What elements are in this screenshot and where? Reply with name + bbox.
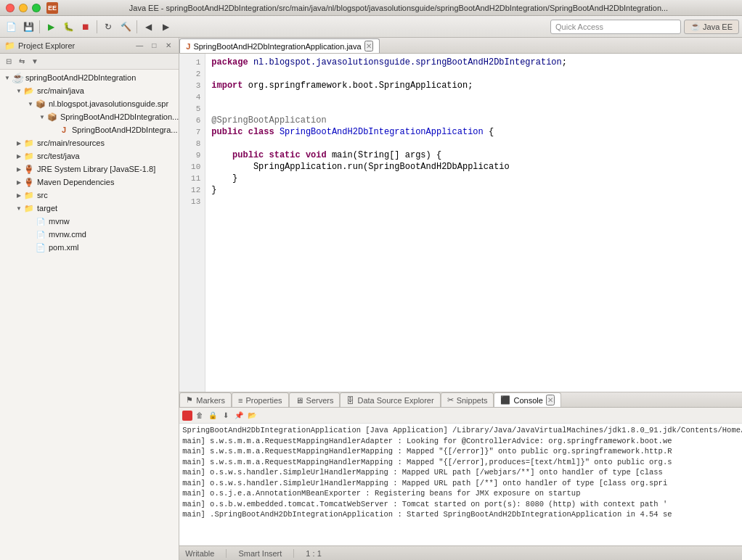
editor-tab-close[interactable]: ✕ bbox=[364, 41, 373, 52]
tree-item-mvnw[interactable]: 📄 mvnw bbox=[0, 215, 179, 228]
quick-access-input[interactable]: Quick Access bbox=[550, 20, 681, 34]
sub-package-icon: 📦 bbox=[46, 111, 58, 123]
console-line-7: main] o.s.b.w.embedded.tomcat.TomcatWebS… bbox=[182, 499, 742, 510]
collapse-all-button[interactable]: ⊟ bbox=[3, 56, 15, 67]
panel-minimize-button[interactable]: — bbox=[134, 40, 145, 52]
target-icon: 📁 bbox=[23, 202, 35, 214]
tree-item-jre[interactable]: ▶ 🏺 JRE System Library [JavaSE-1.8] bbox=[0, 162, 179, 176]
tab-datasource[interactable]: 🗄 Data Source Explorer bbox=[340, 392, 440, 407]
tab-properties[interactable]: ≡ Properties bbox=[232, 392, 289, 407]
scroll-to-end-button[interactable]: ⬇ bbox=[220, 410, 232, 421]
package-icon: 📦 bbox=[35, 98, 46, 110]
pom-icon: 📄 bbox=[35, 242, 46, 253]
maven-label: Maven Dependencies bbox=[37, 178, 114, 186]
panel-close-button[interactable]: ✕ bbox=[163, 40, 174, 52]
nav-back-button[interactable]: ◀ bbox=[140, 19, 156, 35]
debug-button[interactable]: 🐛 bbox=[60, 19, 76, 35]
src-test-icon: 📁 bbox=[23, 150, 35, 162]
main-toolbar: 📄 💾 ▶ 🐛 ⏹ ↻ 🔨 ◀ ▶ Quick Access ☕ Java EE bbox=[0, 16, 742, 38]
stop-process-button[interactable] bbox=[182, 411, 192, 421]
new-button[interactable]: 📄 bbox=[3, 19, 19, 35]
tree-item-maven-deps[interactable]: ▶ 🏺 Maven Dependencies bbox=[0, 176, 179, 189]
properties-icon: ≡ bbox=[238, 396, 242, 405]
console-line-2: main] s.w.s.m.m.a.RequestMappingHandlerM… bbox=[182, 446, 742, 457]
run-button[interactable]: ▶ bbox=[43, 19, 59, 35]
minimize-button[interactable] bbox=[19, 4, 28, 12]
code-editor[interactable]: 1 2 3 4 5 6 7 8 9 10 11 12 13 package nl… bbox=[179, 54, 742, 392]
datasource-icon: 🗄 bbox=[346, 396, 354, 405]
project-explorer-toolbar: ⊟ ⇆ ▼ bbox=[0, 54, 179, 70]
main-class-label: SpringBootAndH2DbIntegra... bbox=[72, 125, 178, 134]
line-num-2: 2 bbox=[179, 68, 205, 80]
save-button[interactable]: 💾 bbox=[20, 19, 36, 35]
tab-snippets[interactable]: ✂ Snippets bbox=[441, 392, 494, 407]
tree-item-package-root[interactable]: ▼ 📦 nl.blogspot.javasolutionsguide.spr bbox=[0, 97, 179, 110]
tab-servers[interactable]: 🖥 Servers bbox=[289, 392, 341, 407]
console-toolbar: 🗑 🔒 ⬇ 📌 📂 bbox=[179, 408, 742, 424]
code-line-8 bbox=[211, 138, 742, 149]
servers-label: Servers bbox=[306, 396, 334, 405]
code-line-1: package nl.blogspot.javasolutionsguide.s… bbox=[211, 57, 742, 68]
code-content[interactable]: package nl.blogspot.javasolutionsguide.s… bbox=[205, 54, 742, 392]
console-clear-button[interactable]: 🗑 bbox=[194, 410, 205, 421]
package-root-label: nl.blogspot.javasolutionsguide.spr bbox=[49, 99, 168, 108]
console-line-5: main] o.s.w.s.handler.SimpleUrlHandlerMa… bbox=[182, 478, 742, 489]
tree-item-project[interactable]: ▼ ☕ springBootAndH2DbIntegration bbox=[0, 71, 179, 84]
traffic-lights[interactable] bbox=[6, 4, 41, 12]
smart-insert-status: Smart Insert bbox=[238, 549, 282, 558]
src-res-arrow: ▶ bbox=[15, 139, 23, 147]
snippets-label: Snippets bbox=[457, 396, 488, 405]
editor-panel: J SpringBootAndH2DbIntegrationApplicatio… bbox=[179, 38, 742, 560]
perspective-button[interactable]: ☕ Java EE bbox=[684, 20, 739, 34]
cursor-position-status: 1 : 1 bbox=[306, 549, 321, 558]
tree-item-package-sub[interactable]: ▼ 📦 SpringBootAndH2DbIntegration... bbox=[0, 110, 179, 123]
src-main-java-label: src/main/java bbox=[37, 86, 84, 95]
tree-item-mvnw-cmd[interactable]: 📄 mvnw.cmd bbox=[0, 228, 179, 241]
project-label: springBootAndH2DbIntegration bbox=[25, 73, 136, 82]
tree-item-pom[interactable]: 📄 pom.xml bbox=[0, 241, 179, 254]
tab-java-icon: J bbox=[186, 42, 190, 51]
code-line-11: } bbox=[211, 173, 742, 184]
src-test-label: src/test/java bbox=[37, 152, 80, 160]
markers-label: Markers bbox=[196, 396, 225, 405]
quick-access-label: Quick Access bbox=[555, 22, 603, 31]
line-num-12: 12 bbox=[179, 184, 205, 196]
jre-label: JRE System Library [JavaSE-1.8] bbox=[37, 165, 155, 173]
tree-item-src-test[interactable]: ▶ 📁 src/test/java bbox=[0, 149, 179, 162]
console-tab-close[interactable]: ✕ bbox=[546, 395, 555, 405]
open-file-button[interactable]: 📂 bbox=[246, 410, 258, 421]
tree-item-src-main-java[interactable]: ▼ 📂 src/main/java bbox=[0, 84, 179, 97]
scroll-lock-button[interactable]: 🔒 bbox=[207, 410, 219, 421]
maven-arrow: ▶ bbox=[15, 178, 23, 186]
link-with-editor-button[interactable]: ⇆ bbox=[16, 56, 28, 67]
maximize-button[interactable] bbox=[32, 4, 41, 12]
console-pin-button[interactable]: 📌 bbox=[233, 410, 245, 421]
tree-item-target[interactable]: ▼ 📁 target bbox=[0, 202, 179, 215]
tab-console[interactable]: ⬛ Console ✕ bbox=[494, 392, 560, 407]
maven-icon: 🏺 bbox=[23, 176, 35, 188]
line-num-8: 8 bbox=[179, 138, 205, 149]
editor-tab-main[interactable]: J SpringBootAndH2DbIntegrationApplicatio… bbox=[179, 38, 379, 53]
close-button[interactable] bbox=[6, 4, 15, 12]
build-button[interactable]: 🔨 bbox=[118, 19, 134, 35]
nav-forward-button[interactable]: ▶ bbox=[158, 19, 174, 35]
status-sep-2 bbox=[293, 549, 294, 558]
src-arrow: ▶ bbox=[15, 191, 23, 199]
refresh-button[interactable]: ↻ bbox=[100, 19, 116, 35]
tree-item-src[interactable]: ▶ 📁 src bbox=[0, 189, 179, 202]
toolbar-sep-2 bbox=[97, 20, 97, 33]
status-bar: Writable Smart Insert 1 : 1 bbox=[179, 545, 742, 560]
mvnw-cmd-label: mvnw.cmd bbox=[49, 230, 86, 239]
mvnw-icon: 📄 bbox=[35, 215, 46, 227]
panel-maximize-button[interactable]: □ bbox=[148, 40, 160, 52]
tree-item-src-main-res[interactable]: ▶ 📁 src/main/resources bbox=[0, 136, 179, 149]
tree-menu-button[interactable]: ▼ bbox=[29, 56, 41, 67]
stop-button[interactable]: ⏹ bbox=[78, 19, 94, 35]
tab-markers[interactable]: ⚑ Markers bbox=[179, 392, 232, 407]
app-icon: EE bbox=[46, 2, 58, 14]
console-line-4: main] o.s.w.s.handler.SimpleUrlHandlerMa… bbox=[182, 467, 742, 478]
src-res-icon: 📁 bbox=[23, 137, 35, 149]
tree-item-main-class[interactable]: J SpringBootAndH2DbIntegra... bbox=[0, 123, 179, 136]
perspective-label: Java EE bbox=[703, 22, 733, 31]
line-num-6: 6 bbox=[179, 115, 205, 126]
